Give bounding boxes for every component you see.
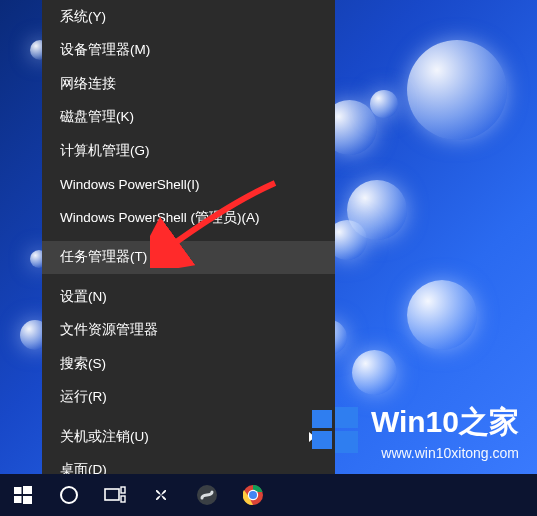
menu-item-label: 系统(Y) <box>60 8 106 26</box>
wallpaper-bubble <box>352 350 397 395</box>
watermark-title: Win10之家 <box>371 402 519 443</box>
chrome-icon <box>243 485 263 505</box>
menu-item-label: 设置(N) <box>60 288 107 306</box>
svg-rect-9 <box>105 489 119 500</box>
menu-item-shutdown[interactable]: 关机或注销(U) <box>42 420 335 454</box>
menu-item-label: Windows PowerShell(I) <box>60 177 200 192</box>
wallpaper-bubble <box>407 280 477 350</box>
desktop-background: 系统(Y) 设备管理器(M) 网络连接 磁盘管理(K) 计算机管理(G) Win… <box>0 0 537 516</box>
svg-point-15 <box>249 491 257 499</box>
cortana-button[interactable] <box>46 474 92 516</box>
windows-start-icon <box>14 486 32 504</box>
svg-rect-4 <box>14 487 22 494</box>
task-view-button[interactable] <box>92 474 138 516</box>
taskbar-app-browser-sogou[interactable] <box>184 474 230 516</box>
menu-item-task-manager[interactable]: 任务管理器(T) <box>42 241 335 275</box>
menu-item-computer-management[interactable]: 计算机管理(G) <box>42 134 335 168</box>
menu-item-system[interactable]: 系统(Y) <box>42 0 335 34</box>
svg-rect-5 <box>23 486 32 494</box>
watermark: Win10之家 www.win10xitong.com <box>312 402 519 461</box>
svg-rect-11 <box>121 496 125 502</box>
taskbar <box>0 474 537 516</box>
menu-item-run[interactable]: 运行(R) <box>42 381 335 415</box>
menu-item-label: 计算机管理(G) <box>60 142 150 160</box>
svg-point-8 <box>61 487 77 503</box>
menu-item-label: 设备管理器(M) <box>60 41 150 59</box>
menu-item-label: 文件资源管理器 <box>60 321 158 339</box>
winx-context-menu: 系统(Y) 设备管理器(M) 网络连接 磁盘管理(K) 计算机管理(G) Win… <box>42 0 335 474</box>
svg-rect-3 <box>335 431 358 453</box>
pinwheel-icon <box>150 484 172 506</box>
cortana-circle-icon <box>59 485 79 505</box>
menu-item-label: 运行(R) <box>60 388 107 406</box>
watermark-url: www.win10xitong.com <box>371 445 519 461</box>
svg-rect-10 <box>121 487 125 493</box>
wallpaper-bubble <box>370 90 398 118</box>
start-button[interactable] <box>0 474 46 516</box>
menu-item-label: 网络连接 <box>60 75 116 93</box>
svg-rect-2 <box>312 431 332 449</box>
svg-rect-7 <box>23 496 32 504</box>
menu-item-device-manager[interactable]: 设备管理器(M) <box>42 34 335 68</box>
menu-item-network-connections[interactable]: 网络连接 <box>42 67 335 101</box>
svg-rect-0 <box>312 410 332 428</box>
menu-item-powershell-admin[interactable]: Windows PowerShell (管理员)(A) <box>42 201 335 235</box>
menu-item-powershell[interactable]: Windows PowerShell(I) <box>42 168 335 202</box>
svg-rect-6 <box>14 496 22 503</box>
taskbar-app-pinwheel[interactable] <box>138 474 184 516</box>
menu-item-label: 磁盘管理(K) <box>60 108 134 126</box>
task-view-icon <box>104 486 126 504</box>
windows-logo-icon <box>312 407 358 457</box>
svg-rect-1 <box>335 407 358 428</box>
menu-item-label: 搜索(S) <box>60 355 106 373</box>
menu-item-settings[interactable]: 设置(N) <box>42 280 335 314</box>
taskbar-app-chrome[interactable] <box>230 474 276 516</box>
menu-item-search[interactable]: 搜索(S) <box>42 347 335 381</box>
menu-item-file-explorer[interactable]: 文件资源管理器 <box>42 314 335 348</box>
wallpaper-bubble <box>407 40 507 140</box>
menu-item-label: 任务管理器(T) <box>60 248 147 266</box>
menu-item-disk-management[interactable]: 磁盘管理(K) <box>42 101 335 135</box>
menu-item-label: Windows PowerShell (管理员)(A) <box>60 209 260 227</box>
sogou-browser-icon <box>196 484 218 506</box>
menu-item-label: 关机或注销(U) <box>60 428 149 446</box>
